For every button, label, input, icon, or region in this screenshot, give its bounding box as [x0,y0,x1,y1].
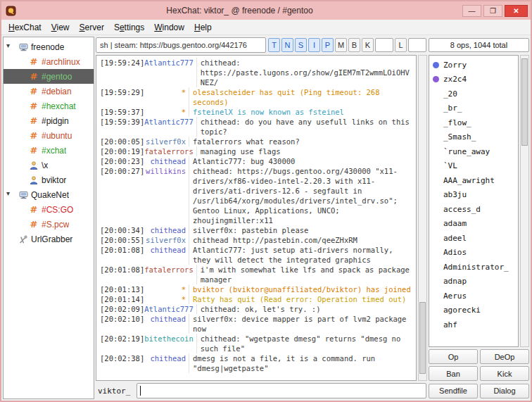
message-text: i'm with somewhat like lfs and spack as … [197,265,416,284]
tree-item-x[interactable]: \x [4,158,94,172]
userlist-item[interactable]: adaam [429,217,518,232]
menu-settings[interactable]: Settings [109,21,149,34]
timestamp: [20:01:14] [100,294,144,304]
wrench-icon [18,235,28,244]
tree-item-label: #debian [42,87,72,96]
close-button[interactable]: ✕ [505,5,528,17]
hexchat-window: HexChat: viktor_ @ freenode / #gentoo — … [0,0,532,402]
tree-item-gentoo[interactable]: ##gentoo [4,69,94,84]
kick-button[interactable]: Kick [480,366,529,381]
deop-button[interactable]: DeOp [480,349,529,364]
mode-value-input[interactable] [408,38,426,52]
mode-s-toggle[interactable]: S [295,38,307,52]
timestamp: [20:00:23] [100,156,144,166]
menubar: HexChatViewServerSettingsWindowHelp [1,20,531,35]
menu-help[interactable]: Help [189,21,217,34]
tree-item-label: bviktor [42,175,66,185]
dcc-action-buttons: Sendfile Dialog [429,384,529,398]
tree-item-archlinux[interactable]: ##archlinux [4,54,94,69]
userlist-item[interactable]: Aerus [429,289,518,303]
menu-window[interactable]: Window [149,21,189,34]
dialog-button[interactable]: Dialog [480,384,529,398]
userlist-item[interactable]: zx2c4 [429,73,518,87]
userlist-item[interactable]: ahf [429,318,518,332]
tree-item-bviktor[interactable]: bviktor [4,172,94,187]
tree-item-cs-go[interactable]: ##CS:GO [4,202,94,217]
menu-server[interactable]: Server [75,21,109,34]
message-meta: [20:01:08]chithead [96,245,189,265]
chat-message: [20:01:13]*bviktor (bviktor@unaffiliated… [96,284,416,294]
timestamp: [19:59:29] [100,87,144,97]
mode-i-toggle[interactable]: I [308,38,320,52]
userlist-item[interactable]: agorecki [429,303,518,318]
userlist-item[interactable]: `rune_away [429,144,518,159]
message-meta: [20:00:23]chithead [96,156,189,166]
tree-item-label: \x [42,161,48,170]
userlist-item[interactable]: _br_ [429,101,518,116]
message-meta: [20:00:05]silverf0x [96,137,189,146]
chevron-down-icon[interactable]: ▾ [6,189,10,197]
userlist-item[interactable]: Adios [429,246,518,260]
userlist-item[interactable]: Zorry [429,58,518,73]
mode-n-toggle[interactable]: N [281,38,293,52]
hexchat-logo-icon[interactable] [4,4,17,17]
mode-t-toggle[interactable]: T [268,38,280,52]
chevron-down-icon[interactable]: ▾ [6,42,10,49]
chat-scrollbar[interactable] [418,55,427,381]
message-text: fsteinelX is now known as fsteinel [189,107,416,117]
userlist-item[interactable]: adnap [429,275,518,289]
user-nick: _flow_ [443,118,471,127]
userlist-scrollbar-thumb[interactable] [521,58,528,146]
tree-item-xchat[interactable]: ##xchat [4,143,94,158]
mode-l-toggle[interactable]: L [395,38,407,52]
ban-button[interactable]: Ban [429,366,478,381]
tree-item-pidgin[interactable]: ##pidgin [4,113,94,128]
minimize-button[interactable]: — [462,5,481,17]
userlist-item[interactable]: _20 [429,87,518,101]
message-text: chithead: https://paste.lugons.org/show/… [197,58,416,87]
chat-message: [20:02:19]bitethecoinchithead: "wgetpast… [96,334,416,353]
tree-item-debian[interactable]: ##debian [4,84,94,99]
user-status-icon [433,76,439,82]
menu-view[interactable]: View [46,21,75,34]
sendfile-button[interactable]: Sendfile [429,384,478,398]
window-controls: — ❐ ✕ [462,5,528,17]
message-text: managing use flags [197,146,416,156]
userlist-item[interactable]: Administrator_ [429,260,518,275]
menu-hexchat[interactable]: HexChat [4,21,46,34]
tree-item-label: #hexchat [42,101,76,111]
mode-value-input[interactable] [375,38,393,52]
mode-p-toggle[interactable]: P [322,38,334,52]
maximize-button[interactable]: ❐ [483,5,502,17]
tree-item-freenode[interactable]: ▾freenode [4,39,94,54]
op-button[interactable]: Op [429,349,478,364]
input-row: viktor_ Sendfile Dialog [96,382,529,399]
message-meta: [20:02:10]chithead [96,314,189,334]
mode-m-toggle[interactable]: M [335,38,347,52]
userlist-scrollbar[interactable] [520,55,529,347]
mode-k-toggle[interactable]: K [362,38,374,52]
userlist-item[interactable]: access_d [429,202,518,217]
tree-item-quakenet[interactable]: ▾QuakeNet [4,187,94,202]
user-action-buttons: Op DeOp Ban Kick [429,349,529,381]
userlist-item[interactable]: AAA_awright [429,173,518,188]
tree-item-s-pcw[interactable]: ##S.pcw [4,217,94,232]
message-meta: [19:59:39]Atlantic777 [96,117,197,137]
message-text: Ratty has quit (Read error: Operation ti… [189,294,416,304]
topic-input[interactable]: sh | steam: https://bugs.gentoo.org/4421… [96,37,266,53]
tree-item-ubuntu[interactable]: ##ubuntu [4,128,94,143]
chat-scrollbar-thumb[interactable] [419,302,426,373]
message-meta: [20:02:38]chithead [96,353,189,373]
message-input[interactable] [137,383,426,398]
window-body: ▾freenode##archlinux##gentoo##debian##he… [1,35,531,401]
mode-b-toggle[interactable]: B [348,38,360,52]
tree-item-hexchat[interactable]: ##hexchat [4,99,94,113]
userlist-item[interactable]: adeel [429,231,518,246]
userlist-item[interactable]: ab3ju [429,188,518,203]
tree-item-urlgrabber[interactable]: UrlGrabber [4,232,94,246]
message-meta: [20:00:19]fatalerrors [96,146,197,156]
userlist-item[interactable]: `VL [429,159,518,174]
userlist-item[interactable]: _Smash_ [429,130,518,145]
userlist-item[interactable]: _flow_ [429,115,518,130]
chat-message: [20:02:09]Atlantic777chithead: ok, let's… [96,304,416,314]
